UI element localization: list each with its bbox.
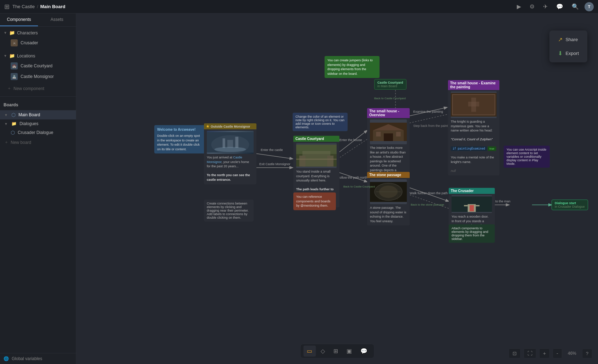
settings-button[interactable]: ⚙ — [527, 2, 537, 11]
zoom-in-button[interactable]: + — [539, 348, 550, 358]
sidebar-item-castle-monsignor[interactable]: 🏯 Castle Monsignor — [0, 71, 76, 82]
bottom-toolbar: ▭ ◇ ⊞ ▣ 💬 — [300, 344, 374, 358]
breadcrumb-separator: / — [37, 4, 38, 9]
export-label: Export — [565, 51, 579, 56]
svg-rect-32 — [296, 159, 337, 160]
crusader-title: The Crusader — [451, 189, 474, 193]
svg-rect-56 — [464, 205, 468, 207]
hint-connect-node: Create connections between elements by c… — [204, 200, 254, 222]
jumper-title: Castle Courtyard — [377, 81, 403, 84]
outside-castle-title: Outside Castle Monsignor — [211, 125, 250, 128]
user-avatar[interactable]: T — [585, 2, 594, 11]
branch-node-tool[interactable]: ◇ — [317, 346, 328, 357]
expand-button[interactable]: ⛶ — [524, 348, 536, 358]
grid-icon: ⊞ — [4, 3, 10, 11]
svg-rect-29 — [303, 151, 331, 167]
globe-icon: 🌐 — [4, 356, 9, 361]
new-component-button[interactable]: ＋ New component — [0, 83, 76, 94]
canvas-area[interactable]: Enter the castle Exit Castle Monsignor E… — [76, 13, 598, 364]
dialogue-start-node[interactable]: Dialogue start in Crusader Dialogue — [552, 200, 588, 210]
search-button[interactable]: 🔍 — [569, 2, 582, 11]
characters-label: Characters — [17, 30, 38, 35]
sidebar-item-crusader[interactable]: ⚔ Crusader — [0, 38, 76, 48]
castle-monsignor-label: Castle Monsignor — [21, 74, 54, 79]
locations-group[interactable]: ▼ 📁 Locations — [0, 51, 76, 61]
global-variables-button[interactable]: 🌐 Global variables — [0, 353, 76, 364]
welcome-node[interactable]: Welcome to Arcweave! Double-click on an … — [154, 125, 206, 153]
small-house-overview-title: The small house - Overview — [369, 109, 399, 117]
board-item-dialogues[interactable]: ▼ 📁 Dialogues — [0, 119, 76, 128]
hint-reference-node: You can reference components and boards … — [293, 192, 336, 210]
chat-button[interactable]: 💬 — [553, 2, 566, 11]
painting-image — [451, 91, 497, 118]
board-icon: ⬡ — [11, 112, 16, 118]
svg-line-17 — [408, 194, 449, 208]
sidebar-item-castle-courtyard[interactable]: 🏰 Castle Courtyard — [0, 61, 76, 71]
hint-color-text: Change the color of an element or note b… — [295, 115, 344, 129]
dialogue-start-subtitle: in Crusader Dialogue — [555, 205, 585, 208]
svg-line-6 — [335, 171, 367, 182]
hint-reference-text: You can reference components and boards … — [296, 195, 331, 207]
fit-button[interactable]: ⊡ — [509, 348, 521, 358]
sidebar: Components Assets ▼ 📁 Characters ⚔ Crusa… — [0, 13, 76, 364]
export-button[interactable]: ⬇ Export — [552, 47, 585, 60]
castle-courtyard-node-title: Castle Courtyard — [295, 137, 324, 141]
folder-icon-2: 📁 — [9, 53, 15, 58]
svg-text:Exit Castle Monsignor: Exit Castle Monsignor — [259, 162, 290, 166]
characters-group[interactable]: ▼ 📁 Characters — [0, 28, 76, 38]
board-item-main[interactable]: ▼ ⬡ Main Board — [0, 110, 76, 119]
back-stone-passage-label: Back to the stone passage — [411, 203, 444, 206]
svg-line-10 — [408, 107, 447, 116]
stone-passage-node[interactable]: The stone passage A stone passage. The s… — [367, 172, 410, 225]
hint-color-node: Change the color of an element or note b… — [293, 113, 348, 131]
svg-rect-25 — [235, 137, 238, 148]
boards-header: Boards — [0, 100, 76, 110]
outside-castle-image — [207, 131, 254, 154]
table-node-tool[interactable]: ⊞ — [330, 346, 342, 357]
castle-courtyard-jumper[interactable]: Castle Courtyard in Main Board — [374, 79, 406, 90]
hint-arcscript-node: You can use Arcscript inside element con… — [504, 146, 550, 168]
zoom-out-button[interactable]: - — [553, 348, 562, 358]
plus-icon: ＋ — [7, 85, 11, 91]
tab-assets[interactable]: Assets — [38, 13, 76, 26]
hint-attach-text: Attach components to elements by draggin… — [452, 226, 488, 241]
outside-castle-node[interactable]: ★ Outside Castle Monsignor You just arri… — [204, 123, 256, 184]
svg-point-26 — [214, 147, 246, 152]
board-item-crusader-dialogue[interactable]: ⬡ Crusader Dialogue — [0, 128, 76, 137]
svg-text:Step back from the painting: Step back from the painting — [413, 124, 452, 128]
svg-rect-55 — [470, 205, 474, 212]
publish-button[interactable]: ✈ — [540, 2, 550, 11]
story-node-tool[interactable]: ▭ — [303, 346, 316, 357]
share-icon: ↗ — [558, 36, 563, 43]
svg-text:Enter the house: Enter the house — [339, 138, 362, 142]
chat-node-tool[interactable]: 💬 — [357, 346, 371, 357]
characters-section: ▼ 📁 Characters ⚔ Crusader — [0, 27, 76, 50]
svg-line-0 — [255, 153, 293, 159]
plus-icon-2: ＋ — [4, 139, 9, 145]
svg-rect-31 — [327, 156, 334, 167]
small-house-painting-node[interactable]: The small house - Examine the painting T… — [448, 80, 499, 175]
locations-section: ▼ 📁 Locations 🏰 Castle Courtyard 🏯 Castl… — [0, 50, 76, 83]
svg-text:Examine the painting: Examine the painting — [413, 110, 443, 113]
svg-line-12 — [408, 114, 447, 123]
hint-jumper-text: You can create jumpers (links to element… — [327, 58, 373, 75]
svg-rect-37 — [384, 133, 393, 141]
app-name[interactable]: The Castle — [12, 4, 35, 9]
svg-line-15 — [408, 187, 449, 201]
play-button[interactable]: ▶ — [514, 2, 524, 11]
card-node-tool[interactable]: ▣ — [343, 346, 355, 357]
share-button[interactable]: ↗ Share — [552, 33, 585, 46]
zoom-level: 46% — [565, 351, 579, 356]
topbar: ⊞ The Castle / Main Board ▶ ⚙ ✈ 💬 🔍 T — [0, 0, 598, 13]
new-board-button[interactable]: ＋ New board — [0, 137, 76, 147]
new-component-label: New component — [13, 86, 44, 91]
chevron-down-icon: ▼ — [4, 31, 7, 35]
tab-components[interactable]: Components — [0, 13, 38, 26]
welcome-content: Double-click on an empty spot in the wor… — [157, 134, 200, 151]
help-button[interactable]: ? — [582, 349, 592, 358]
share-export-popup: ↗ Share ⬇ Export — [549, 30, 587, 62]
crusader-label: Crusader — [21, 40, 38, 45]
svg-text:Walk further down the path: Walk further down the path — [410, 191, 448, 195]
small-house-image — [370, 119, 407, 144]
board-title: Main Board — [40, 4, 66, 9]
